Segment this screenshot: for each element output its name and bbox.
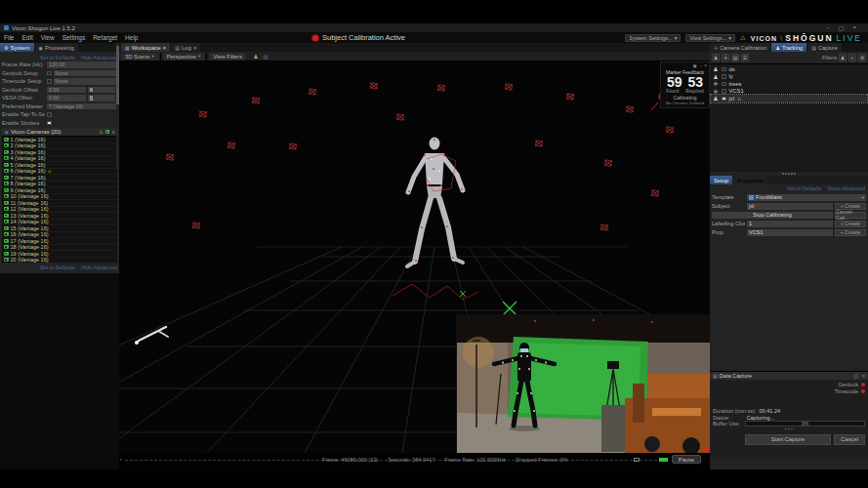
timeline-step-back-icon[interactable]: ‹ <box>120 456 122 462</box>
subject-checkbox[interactable] <box>722 89 726 94</box>
subject-list-item[interactable]: ✛ VCS1 <box>711 88 867 96</box>
enable-strobes-checkbox[interactable] <box>47 121 52 126</box>
tab-camera-calibration[interactable]: ✛ Camera Calibration <box>710 43 770 52</box>
chevron-collapse-icon[interactable]: ∨ <box>111 129 115 135</box>
menu-item[interactable]: File <box>0 34 18 41</box>
tab-log[interactable]: ▤ Log × <box>171 43 200 52</box>
hide-advanced-link[interactable]: Hide Advanced <box>81 55 117 61</box>
timecode-setup-checkbox[interactable] <box>47 79 52 84</box>
subject-checkbox[interactable] <box>722 82 726 87</box>
add-prop-icon[interactable]: ✛ <box>722 54 729 61</box>
clusters-note: No Clusters Defined <box>661 101 709 105</box>
create-cluster-button[interactable]: + Create <box>835 221 866 227</box>
stop-calibrating-button[interactable]: Stop Calibrating <box>712 212 833 219</box>
close-tab-icon[interactable]: × <box>163 45 167 51</box>
hide-advanced-link[interactable]: Hide Advanced <box>81 264 117 270</box>
subject-list-item[interactable]: ♟ ds <box>711 65 867 73</box>
camera-list-item[interactable]: 20 (Vantage 16) <box>2 258 117 264</box>
dock-icon[interactable]: ◫ <box>853 373 858 379</box>
view-filters-button[interactable]: View Filters <box>209 53 246 61</box>
add-subject-icon[interactable]: ♟ <box>712 54 720 61</box>
viewport-toolbar: 3D Scene ▾ Perspective ▾ View Filters ♟ … <box>119 52 710 61</box>
prop-input[interactable]: VCS1 <box>747 229 833 236</box>
view-filters-label: View Filters <box>213 54 242 60</box>
genlock-offset-input[interactable]: 0.00 <box>47 87 86 94</box>
tab-processing-label: Processing <box>45 45 74 51</box>
tab-setup[interactable]: Setup <box>710 176 732 184</box>
camera-icon <box>4 163 9 167</box>
maximize-button[interactable]: ▢ <box>839 24 845 31</box>
tab-tracking[interactable]: ♟ Tracking <box>771 43 806 52</box>
system-settings-dropdown[interactable]: System Settings... ▾ <box>625 34 681 42</box>
genlock-setup-input[interactable]: None <box>54 70 118 77</box>
menu-item[interactable]: View <box>37 34 59 41</box>
subject-checkbox[interactable] <box>722 97 726 102</box>
warning-icon[interactable]: ⚠ <box>740 34 746 42</box>
close-icon[interactable]: × <box>862 373 865 379</box>
genlock-setup-checkbox[interactable] <box>47 71 52 76</box>
subject-list-item[interactable]: ♟ jxl ⚠ <box>711 95 867 102</box>
float-icon[interactable]: ▫ <box>700 63 702 68</box>
shogun-wordmark: SHŌGUN <box>785 33 833 43</box>
subject-checkbox[interactable] <box>722 74 726 79</box>
menu-item[interactable]: Edit <box>18 34 36 41</box>
show-advanced-link[interactable]: Show Advanced <box>827 185 865 191</box>
start-capture-button[interactable]: Start Capture <box>745 434 831 445</box>
timeline-range-marker[interactable] <box>634 458 640 462</box>
tab-properties[interactable]: Properties <box>733 176 766 184</box>
3d-scene[interactable]: ▣ ▫ × Marker Feedback 59 53 Found Requir… <box>119 61 710 453</box>
vesa-offset-input[interactable]: 0.00 <box>47 95 86 102</box>
cameras-header[interactable]: ✳ Vicon Cameras (20) ⚠ ∨ <box>2 128 117 136</box>
genlock-offset-slider[interactable] <box>88 87 115 94</box>
tab-capture[interactable]: ▤ Capture <box>807 43 842 52</box>
preferred-master-input[interactable]: 7 (Vantage 16) <box>47 103 117 110</box>
dock-icon[interactable]: ▣ <box>692 63 696 68</box>
add-icon[interactable]: + <box>848 54 856 61</box>
subject-view-icon[interactable]: ♟ <box>253 53 258 60</box>
timeline-playhead[interactable] <box>659 458 668 462</box>
gear-icon[interactable]: ⚙ <box>858 54 866 61</box>
camera-label: 17 (Vantage 16) <box>11 238 49 244</box>
set-to-defaults-link[interactable]: Set to Defaults <box>40 264 75 270</box>
subject-input[interactable]: jxl <box>747 203 833 210</box>
create-prop-button[interactable]: + Create <box>835 229 866 236</box>
close-button[interactable]: × <box>852 24 856 31</box>
video-reference-overlay[interactable] <box>457 315 710 453</box>
set-to-defaults-link[interactable]: Set to Defaults <box>787 185 821 191</box>
menu-item[interactable]: Settings <box>59 34 90 41</box>
scene-mode-dropdown[interactable]: 3D Scene ▾ <box>121 53 158 61</box>
pause-button[interactable]: Pause <box>672 455 701 464</box>
cancel-capture-button[interactable]: Cancel <box>834 434 865 445</box>
timecode-setup-label: Timecode Setup <box>2 78 45 84</box>
camera-icon <box>4 220 9 224</box>
filter-subjects-icon[interactable]: ♟ <box>839 54 847 61</box>
subject-checkbox[interactable] <box>722 67 726 72</box>
target-icon[interactable]: ◎ <box>264 53 269 60</box>
frame-rate-input[interactable]: 120.00 <box>47 61 117 68</box>
tab-processing[interactable]: ◉ Processing <box>35 43 78 52</box>
minimize-button[interactable]: – <box>826 24 829 31</box>
tab-system[interactable]: ⚙ System <box>0 43 34 52</box>
view-settings-dropdown[interactable]: View Settings... ▾ <box>685 34 735 42</box>
capture-status-label: Status: <box>713 415 729 421</box>
subject-label: VCS1 <box>729 88 744 94</box>
camera-label: 10 (Vantage 16) <box>11 193 49 199</box>
cancel-calibration-button[interactable]: Cancel Cali... <box>835 212 866 219</box>
titlebar: Vicon Shogun Live 1.5.2 – ▢ × <box>0 23 868 32</box>
set-to-defaults-link[interactable]: Set to Defaults <box>40 55 75 61</box>
menu-item[interactable]: Retarget <box>89 34 121 41</box>
menu-item[interactable]: Help <box>121 34 142 41</box>
close-tab-icon[interactable]: × <box>193 45 197 51</box>
close-icon[interactable]: × <box>704 63 707 68</box>
list-view-icon[interactable]: ☰ <box>741 54 749 61</box>
tab-workspace[interactable]: ▦ Workspace × <box>121 43 170 52</box>
perspective-dropdown[interactable]: Perspective ▾ <box>163 53 205 61</box>
subject-list-item[interactable]: ♟ ly <box>711 73 867 81</box>
cluster-input[interactable]: 1 <box>747 221 833 227</box>
timecode-setup-input[interactable]: None <box>54 78 118 85</box>
monitor-icon[interactable]: ▤ <box>731 54 739 61</box>
tap-to-select-checkbox[interactable] <box>47 112 52 117</box>
vesa-offset-slider[interactable] <box>88 95 115 102</box>
subject-list-item[interactable]: ✛ trees <box>711 80 867 88</box>
template-dropdown[interactable]: FrontWaist ▾ <box>747 194 866 201</box>
